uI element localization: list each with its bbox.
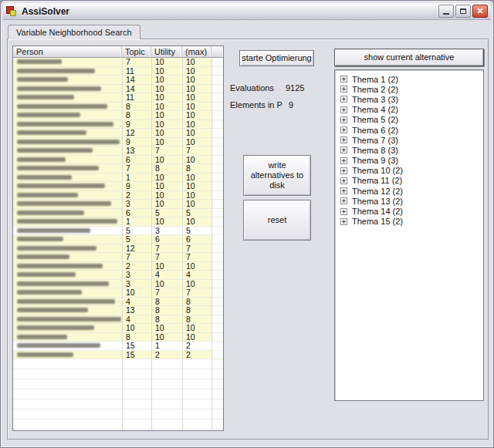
column-header-topic[interactable]: Topic — [122, 46, 151, 57]
cell-topic: 1 — [126, 217, 130, 226]
maximize-button[interactable] — [455, 5, 471, 18]
cell-max: 10 — [186, 93, 195, 102]
person-name-redacted — [17, 77, 68, 82]
person-name-redacted — [17, 211, 84, 215]
expand-icon[interactable] — [340, 147, 347, 153]
table-row[interactable]: 71010 — [13, 58, 223, 67]
table-row[interactable]: 91010 — [13, 138, 223, 147]
table-row[interactable]: 1512 — [13, 342, 223, 351]
cell-topic: 15 — [126, 342, 135, 350]
tree-item[interactable]: Thema 11 (2) — [338, 176, 483, 186]
table-row[interactable]: 111010 — [13, 93, 223, 103]
minimize-button[interactable] — [438, 5, 454, 18]
close-icon: ✕ — [476, 5, 483, 17]
tree-item[interactable]: Thema 8 (3) — [338, 145, 483, 155]
topic-tree: Thema 1 (2)Thema 2 (2)Thema 3 (3)Thema 4… — [334, 69, 484, 401]
table-row[interactable]: 101010 — [13, 324, 223, 333]
cell-topic: 4 — [126, 298, 130, 306]
cell-topic: 3 — [126, 200, 130, 208]
table-row[interactable]: 488 — [13, 298, 223, 307]
column-header-max[interactable]: (max) — [182, 46, 211, 57]
expand-icon[interactable] — [340, 126, 347, 133]
cell-utility: 10 — [155, 76, 164, 84]
elements-in-p-label: Elements in P — [230, 100, 283, 109]
person-name-redacted — [17, 290, 82, 295]
expand-icon[interactable] — [340, 157, 347, 164]
reset-button[interactable]: reset — [243, 200, 311, 241]
table-header: Person Topic Utility (max) — [13, 46, 223, 58]
tree-item[interactable]: Thema 6 (2) — [338, 125, 483, 135]
column-header-person[interactable]: Person — [13, 46, 122, 57]
tab-variable-neighborhood-search[interactable]: Variable Neighborhood Search — [8, 25, 140, 39]
expand-icon[interactable] — [340, 208, 347, 215]
table-row[interactable]: 31010 — [13, 200, 223, 209]
table-row[interactable]: 81010 — [13, 111, 223, 120]
expand-icon[interactable] — [340, 136, 347, 143]
tree-item[interactable]: Thema 5 (2) — [338, 115, 483, 125]
cell-max: 7 — [186, 147, 191, 155]
person-name-redacted — [17, 352, 73, 357]
start-optimization-button[interactable]: starte Optimierung — [239, 50, 314, 66]
listview-empty-area — [13, 359, 223, 431]
cell-utility: 3 — [155, 227, 160, 235]
expand-icon[interactable] — [340, 187, 347, 194]
cell-utility: 10 — [155, 280, 164, 288]
tree-item[interactable]: Thema 3 (3) — [338, 94, 483, 104]
cell-utility: 10 — [155, 120, 164, 129]
person-name-redacted — [17, 166, 99, 170]
person-name-redacted — [17, 104, 107, 109]
expand-icon[interactable] — [340, 197, 347, 204]
tree-item[interactable]: Thema 2 (2) — [338, 84, 483, 94]
expand-icon[interactable] — [340, 106, 347, 113]
tree-item[interactable]: Thema 10 (2) — [338, 166, 483, 176]
table-row[interactable]: 1388 — [13, 306, 223, 315]
column-header-utility[interactable]: Utility — [151, 46, 182, 57]
table-row[interactable]: 1277 — [13, 244, 223, 254]
table-row[interactable]: 121010 — [13, 129, 223, 138]
expand-icon[interactable] — [340, 96, 347, 103]
table-row[interactable]: 777 — [13, 253, 223, 262]
table-row[interactable]: 1377 — [13, 147, 223, 156]
tree-item[interactable]: Thema 12 (2) — [338, 186, 483, 196]
table-row[interactable]: 788 — [13, 164, 223, 173]
cell-utility: 8 — [155, 315, 160, 324]
table-row[interactable]: 535 — [13, 227, 223, 236]
table-row[interactable]: 81010 — [13, 333, 223, 342]
cell-topic: 6 — [126, 209, 130, 217]
table-row[interactable]: 21010 — [13, 262, 223, 271]
expand-icon[interactable] — [340, 76, 347, 83]
expand-icon[interactable] — [340, 167, 347, 174]
cell-max: 10 — [186, 76, 195, 84]
tree-item[interactable]: Thema 7 (3) — [338, 135, 483, 145]
cell-max: 8 — [186, 306, 191, 315]
titlebar[interactable]: AssiSolver ✕ — [3, 3, 491, 20]
table-row[interactable]: 11010 — [13, 217, 223, 227]
write-alternatives-button[interactable]: write alternatives to disk — [243, 155, 311, 196]
tree-item[interactable]: Thema 1 (2) — [338, 74, 483, 84]
expand-icon[interactable] — [340, 116, 347, 123]
tree-item[interactable]: Thema 9 (3) — [338, 156, 483, 166]
show-current-alternative-button[interactable]: show current alternative — [334, 49, 484, 66]
cell-utility: 1 — [155, 342, 160, 350]
expand-icon[interactable] — [340, 177, 347, 184]
table-row[interactable]: 1077 — [13, 288, 223, 298]
close-button[interactable]: ✕ — [472, 5, 488, 18]
table-row[interactable]: 61010 — [13, 156, 223, 165]
tree-item-label: Thema 3 (3) — [352, 95, 398, 104]
table-row[interactable]: 344 — [13, 271, 223, 280]
table-row[interactable]: 1522 — [13, 351, 223, 360]
expand-icon[interactable] — [340, 86, 347, 93]
tree-item[interactable]: Thema 4 (2) — [338, 105, 483, 115]
person-name-redacted — [17, 148, 93, 153]
table-row[interactable]: 566 — [13, 235, 223, 244]
table-row[interactable]: 31010 — [13, 280, 223, 289]
expand-icon[interactable] — [340, 218, 347, 225]
tree-item[interactable]: Thema 14 (2) — [338, 206, 483, 216]
tree-item[interactable]: Thema 15 (2) — [338, 217, 483, 227]
table-row[interactable]: 91010 — [13, 182, 223, 191]
table-row[interactable]: 141010 — [13, 76, 223, 85]
tree-item[interactable]: Thema 13 (2) — [338, 196, 483, 206]
column-header-filler — [211, 46, 223, 57]
tree-item-label: Thema 15 (2) — [352, 217, 403, 226]
person-name-redacted — [17, 343, 100, 348]
